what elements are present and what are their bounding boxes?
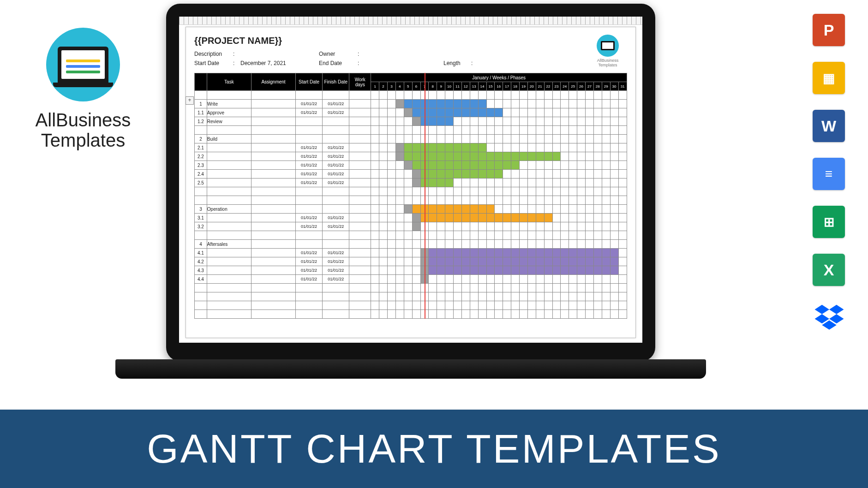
timeline-cell[interactable]	[461, 161, 470, 170]
cell[interactable]: 2.1	[195, 143, 207, 152]
timeline-cell[interactable]	[610, 143, 618, 152]
timeline-cell[interactable]	[404, 266, 412, 275]
timeline-cell[interactable]	[495, 135, 503, 143]
timeline-cell[interactable]	[569, 231, 577, 240]
cell[interactable]	[296, 292, 323, 301]
cell[interactable]	[349, 240, 371, 249]
timeline-cell[interactable]	[527, 91, 536, 100]
timeline-cell[interactable]	[371, 275, 379, 284]
timeline-cell[interactable]	[561, 91, 569, 100]
timeline-cell[interactable]	[395, 170, 404, 179]
cell[interactable]: 01/01/22	[323, 222, 349, 231]
timeline-cell[interactable]	[577, 152, 586, 161]
timeline-cell[interactable]	[495, 91, 503, 100]
timeline-cell[interactable]	[379, 310, 388, 319]
timeline-cell[interactable]	[437, 91, 445, 100]
cell[interactable]: 01/01/22	[323, 143, 349, 152]
timeline-cell[interactable]	[379, 231, 388, 240]
timeline-cell[interactable]	[503, 187, 511, 196]
cell[interactable]	[296, 196, 323, 205]
timeline-cell[interactable]	[536, 240, 544, 249]
timeline-cell[interactable]	[404, 143, 412, 152]
powerpoint-icon[interactable]: P	[813, 14, 845, 46]
cell[interactable]: 01/01/22	[296, 275, 323, 284]
timeline-cell[interactable]	[437, 301, 445, 310]
timeline-cell[interactable]	[404, 161, 412, 170]
timeline-cell[interactable]	[470, 117, 478, 126]
cell[interactable]	[323, 301, 349, 310]
timeline-cell[interactable]	[503, 284, 511, 292]
timeline-cell[interactable]	[602, 301, 610, 310]
timeline-cell[interactable]	[602, 249, 610, 257]
cell[interactable]	[251, 135, 295, 143]
timeline-cell[interactable]	[593, 100, 602, 108]
timeline-cell[interactable]	[527, 196, 536, 205]
timeline-cell[interactable]	[602, 126, 610, 135]
timeline-cell[interactable]	[412, 310, 420, 319]
timeline-cell[interactable]	[536, 292, 544, 301]
timeline-cell[interactable]	[536, 170, 544, 179]
timeline-cell[interactable]	[379, 292, 388, 301]
cell[interactable]	[207, 152, 251, 161]
timeline-cell[interactable]	[404, 126, 412, 135]
timeline-cell[interactable]	[577, 143, 586, 152]
timeline-cell[interactable]	[388, 214, 396, 222]
cell[interactable]	[296, 117, 323, 126]
timeline-cell[interactable]	[536, 275, 544, 284]
timeline-cell[interactable]	[478, 240, 486, 249]
timeline-cell[interactable]	[618, 135, 627, 143]
timeline-cell[interactable]	[544, 143, 552, 152]
timeline-cell[interactable]	[503, 205, 511, 214]
timeline-cell[interactable]	[395, 222, 404, 231]
cell[interactable]	[251, 284, 295, 292]
cell[interactable]	[195, 126, 207, 135]
timeline-cell[interactable]	[602, 257, 610, 266]
timeline-cell[interactable]	[404, 196, 412, 205]
timeline-cell[interactable]	[511, 143, 520, 152]
timeline-cell[interactable]	[454, 284, 462, 292]
timeline-cell[interactable]	[470, 240, 478, 249]
timeline-cell[interactable]	[586, 284, 594, 292]
timeline-cell[interactable]	[527, 152, 536, 161]
cell[interactable]	[349, 214, 371, 222]
timeline-cell[interactable]	[520, 249, 528, 257]
timeline-cell[interactable]	[495, 301, 503, 310]
timeline-cell[interactable]	[395, 214, 404, 222]
timeline-cell[interactable]	[495, 152, 503, 161]
timeline-cell[interactable]	[536, 126, 544, 135]
timeline-cell[interactable]	[569, 91, 577, 100]
timeline-cell[interactable]	[388, 126, 396, 135]
timeline-cell[interactable]	[561, 205, 569, 214]
cell[interactable]	[251, 275, 295, 284]
timeline-cell[interactable]	[569, 161, 577, 170]
timeline-cell[interactable]	[520, 152, 528, 161]
cell[interactable]: 01/01/22	[296, 161, 323, 170]
cell[interactable]	[349, 231, 371, 240]
cell[interactable]	[207, 222, 251, 231]
timeline-cell[interactable]	[470, 143, 478, 152]
excel-icon[interactable]: X	[813, 254, 845, 286]
timeline-cell[interactable]	[478, 91, 486, 100]
timeline-cell[interactable]	[552, 310, 561, 319]
timeline-cell[interactable]	[577, 187, 586, 196]
cell[interactable]	[323, 196, 349, 205]
timeline-cell[interactable]	[379, 108, 388, 117]
outline-expand-button[interactable]: +	[186, 96, 194, 105]
cell[interactable]	[349, 170, 371, 179]
cell[interactable]	[349, 257, 371, 266]
timeline-cell[interactable]	[371, 152, 379, 161]
timeline-cell[interactable]	[602, 292, 610, 301]
timeline-cell[interactable]	[404, 152, 412, 161]
timeline-cell[interactable]	[470, 275, 478, 284]
timeline-cell[interactable]	[388, 266, 396, 275]
timeline-cell[interactable]	[437, 249, 445, 257]
timeline-cell[interactable]	[618, 170, 627, 179]
timeline-cell[interactable]	[561, 126, 569, 135]
timeline-cell[interactable]	[511, 126, 520, 135]
timeline-cell[interactable]	[618, 179, 627, 187]
timeline-cell[interactable]	[569, 240, 577, 249]
timeline-cell[interactable]	[511, 257, 520, 266]
cell[interactable]	[323, 284, 349, 292]
timeline-cell[interactable]	[610, 257, 618, 266]
timeline-cell[interactable]	[371, 284, 379, 292]
